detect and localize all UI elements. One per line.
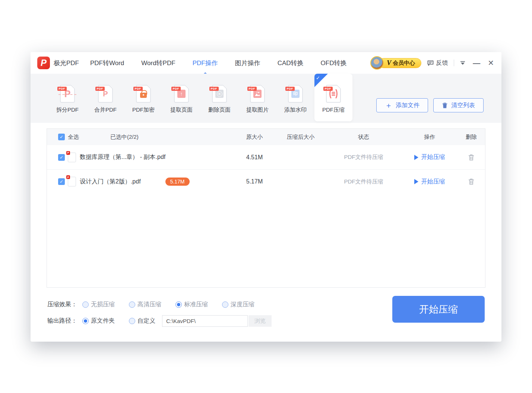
tool-split-pdf[interactable]: PDF P 拆分PDF — [48, 74, 86, 119]
table-row: ✓ 数据库原理（第...章） - 副本.pdf 4.51M PDF文件待压缩 开… — [47, 145, 485, 169]
row-checkbox[interactable]: ✓ — [58, 154, 65, 161]
merge-pdf-icon: PDF P — [98, 85, 113, 103]
trash-icon — [442, 102, 448, 109]
tool-merge-pdf[interactable]: PDF P 合并PDF — [86, 74, 124, 119]
tool-add-watermark[interactable]: PDF 印 添加水印 — [276, 74, 314, 119]
status-text: PDF文件待压缩 — [326, 178, 402, 185]
tool-delete-pages[interactable]: PDF ✕ 删除页面 — [200, 74, 238, 119]
effect-label: 压缩效果： — [47, 301, 77, 309]
feedback-button[interactable]: 反馈 — [427, 59, 448, 67]
col-delete: 删除 — [457, 134, 485, 141]
radio-standard[interactable]: 标准压缩 — [175, 301, 208, 309]
play-icon — [414, 155, 418, 160]
browse-button[interactable]: 浏览 — [248, 315, 272, 327]
tab-pdf-operations[interactable]: PDF操作 — [193, 59, 218, 67]
skin-collapse-icon[interactable] — [460, 61, 465, 65]
radio-custom-folder[interactable]: 自定义 — [129, 317, 155, 325]
pdf-file-icon — [68, 177, 76, 186]
select-all-checkbox[interactable]: ✓ — [58, 134, 65, 140]
select-all-label: 全选 — [68, 134, 79, 141]
file-table: ✓ 全选 已选中(2/2) 原大小 压缩后大小 状态 操作 删除 ✓ 数据库原理… — [47, 128, 485, 288]
minimize-icon[interactable]: — — [473, 59, 480, 67]
tools-toolbar: PDF P 拆分PDF PDF P 合并PDF PDF — [31, 74, 501, 123]
start-compress-button[interactable]: 开始压缩 — [392, 296, 485, 323]
radio-icon — [222, 301, 228, 308]
selected-check-icon: ✓ — [314, 74, 328, 87]
tab-pdf-to-word[interactable]: PDF转Word — [90, 59, 124, 67]
pdf-file-icon — [68, 153, 76, 162]
tool-label: 拆分PDF — [56, 106, 79, 114]
add-files-button[interactable]: ＋ 添加文件 — [376, 98, 428, 112]
radio-icon — [129, 318, 135, 324]
tool-label: 添加水印 — [284, 106, 307, 114]
radio-hd[interactable]: 高清压缩 — [129, 301, 161, 309]
status-text: PDF文件待压缩 — [326, 154, 402, 161]
play-icon — [414, 179, 418, 184]
col-compressed-size: 压缩后大小 — [276, 134, 326, 141]
original-size: 5.17M — [233, 178, 276, 185]
clear-list-button[interactable]: 清空列表 — [433, 98, 484, 112]
file-name: 设计入门（第2版）.pdf — [80, 178, 141, 186]
app-window: P 极光PDF PDF转Word Word转PDF PDF操作 图片操作 CAD… — [31, 52, 501, 342]
tool-extract-images[interactable]: PDF 提取图片 — [238, 74, 276, 119]
member-center-label: 会员中心 — [393, 60, 415, 67]
extract-images-icon: PDF — [250, 85, 265, 103]
app-logo-icon: P — [37, 57, 50, 69]
tool-encrypt-pdf[interactable]: PDF PDF加密 — [124, 74, 162, 119]
tool-label: 提取页面 — [170, 106, 193, 114]
tool-label: PDF压缩 — [322, 106, 345, 114]
tool-label: PDF加密 — [132, 106, 155, 114]
tool-compress-pdf[interactable]: ✓ PDF PDF压缩 — [314, 74, 352, 121]
tool-label: 删除页面 — [208, 106, 231, 114]
col-action: 操作 — [402, 134, 457, 141]
main-nav: PDF转Word Word转PDF PDF操作 图片操作 CAD转换 OFD转换 — [90, 59, 346, 67]
delete-row-icon[interactable] — [468, 178, 474, 185]
window-controls: — ✕ — [460, 59, 494, 67]
delete-row-icon[interactable] — [468, 154, 474, 161]
compress-pdf-icon: PDF — [326, 85, 341, 103]
tools-list: PDF P 拆分PDF PDF P 合并PDF PDF — [48, 74, 352, 121]
row-checkbox[interactable]: ✓ — [58, 178, 65, 185]
output-label: 输出路径： — [47, 317, 77, 325]
radio-icon — [82, 301, 89, 308]
plus-icon: ＋ — [385, 102, 392, 109]
add-watermark-icon: PDF 印 — [288, 85, 303, 103]
table-row: ✓ 设计入门（第2版）.pdf 5.17M 5.17M PDF文件待压缩 开始压… — [47, 169, 485, 194]
tool-label: 合并PDF — [94, 106, 117, 114]
toolbar-actions: ＋ 添加文件 清空列表 — [376, 98, 484, 112]
file-name: 数据库原理（第...章） - 副本.pdf — [80, 153, 165, 161]
col-status: 状态 — [326, 134, 402, 141]
start-compress-link[interactable]: 开始压缩 — [402, 153, 457, 161]
close-icon[interactable]: ✕ — [488, 59, 494, 67]
table-header: ✓ 全选 已选中(2/2) 原大小 压缩后大小 状态 操作 删除 — [47, 129, 485, 145]
delete-pages-icon: PDF ✕ — [212, 85, 227, 103]
vip-icon: V — [387, 59, 391, 67]
radio-original-folder[interactable]: 原文件夹 — [82, 317, 115, 325]
tool-label: 提取图片 — [246, 106, 269, 114]
titlebar-right: V 会员中心 反馈 — ✕ — [370, 56, 494, 70]
tab-word-to-pdf[interactable]: Word转PDF — [141, 59, 175, 67]
member-center-button[interactable]: V 会员中心 — [378, 58, 421, 68]
encrypt-pdf-icon: PDF — [136, 85, 151, 103]
divider — [454, 60, 454, 66]
output-path-row: 输出路径： 原文件夹 自定义 浏览 — [47, 315, 272, 327]
extract-pages-icon: PDF ↑ — [174, 85, 189, 103]
radio-deep[interactable]: 深度压缩 — [222, 301, 254, 309]
original-size: 4.51M — [233, 154, 276, 161]
col-original-size: 原大小 — [233, 134, 276, 141]
output-path-input[interactable] — [162, 315, 248, 327]
radio-icon — [129, 301, 135, 308]
tab-cad-convert[interactable]: CAD转换 — [278, 59, 304, 67]
radio-checked-icon — [175, 301, 182, 308]
start-compress-link[interactable]: 开始压缩 — [402, 178, 457, 186]
user-avatar[interactable] — [370, 56, 384, 70]
tab-image-operations[interactable]: 图片操作 — [235, 59, 260, 67]
titlebar: P 极光PDF PDF转Word Word转PDF PDF操作 图片操作 CAD… — [31, 52, 501, 74]
split-pdf-icon: PDF P — [60, 85, 75, 103]
tool-extract-pages[interactable]: PDF ↑ 提取页面 — [162, 74, 200, 119]
size-badge: 5.17M — [165, 178, 190, 186]
radio-lossless[interactable]: 无损压缩 — [82, 301, 115, 309]
selected-count: 已选中(2/2) — [110, 134, 139, 141]
tab-ofd-convert[interactable]: OFD转换 — [321, 59, 347, 67]
radio-checked-icon — [82, 318, 89, 324]
